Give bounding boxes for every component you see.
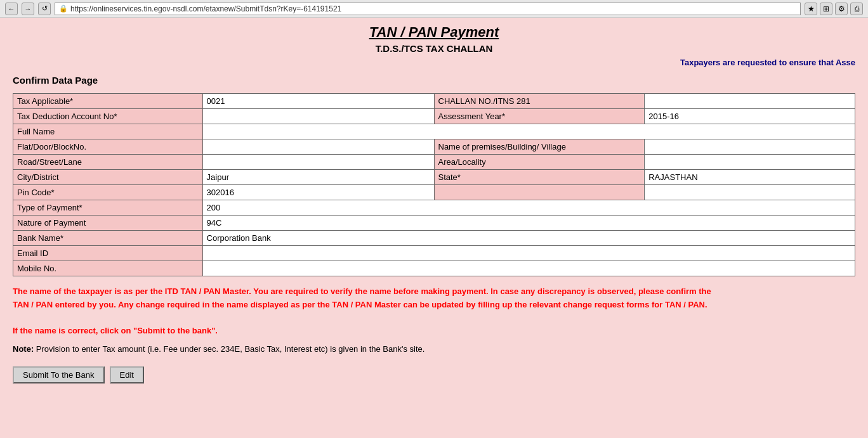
confirm-heading: Confirm Data Page [13, 75, 855, 86]
value-assessment-year: 2015-16 [645, 109, 855, 124]
address-bar[interactable]: 🔒 https://onlineservices.tin.egov-nsdl.c… [55, 3, 801, 15]
label-bank-name: Bank Name* [13, 231, 203, 246]
data-table: Tax Applicable* 0021 CHALLAN NO./ITNS 28… [13, 93, 855, 276]
table-row: Flat/Door/BlockNo. Name of premises/Buil… [13, 139, 855, 155]
label-tax-applicable: Tax Applicable* [13, 94, 203, 109]
submit-to-bank-button[interactable]: Submit To the Bank [13, 366, 105, 383]
label-city: City/District [13, 170, 203, 185]
print-button[interactable]: ⎙ [850, 3, 863, 15]
label-tan: Tax Deduction Account No* [13, 109, 203, 124]
value-nature-payment: 94C [202, 216, 855, 231]
table-row: Mobile No. [13, 261, 855, 276]
page-subtitle: T.D.S./TCS TAX CHALLAN [13, 43, 855, 54]
note-section: Note: Provision to enter Tax amount (i.e… [13, 344, 855, 354]
note-prefix: Note: [13, 344, 34, 354]
value-pincode-right [645, 185, 855, 200]
warning-line2: TAN / PAN entered by you. Any change req… [13, 300, 707, 309]
value-tan [202, 109, 434, 124]
back-button[interactable]: ← [5, 3, 18, 15]
table-row: Pin Code* 302016 [13, 185, 855, 200]
label-challan-no: CHALLAN NO./ITNS 281 [434, 94, 645, 109]
label-nature-payment: Nature of Payment [13, 216, 203, 231]
value-area [645, 155, 855, 170]
extensions-button[interactable]: ⊞ [820, 3, 832, 15]
value-challan-no [645, 94, 855, 109]
table-row: Type of Payment* 200 [13, 200, 855, 216]
label-area: Area/Locality [434, 155, 645, 170]
forward-button[interactable]: → [22, 3, 34, 15]
value-flat [202, 139, 434, 155]
table-row: City/District Jaipur State* RAJASTHAN [13, 170, 855, 185]
star-button[interactable]: ★ [805, 3, 817, 15]
label-mobile: Mobile No. [13, 261, 203, 276]
table-row: Road/Street/Lane Area/Locality [13, 155, 855, 170]
warning-line1: The name of the taxpayer is as per the I… [13, 287, 711, 296]
label-payment-type: Type of Payment* [13, 200, 203, 216]
label-assessment-year: Assessment Year* [434, 109, 645, 124]
table-row: Tax Deduction Account No* Assessment Yea… [13, 109, 855, 124]
value-bank-name: Corporation Bank [202, 231, 855, 246]
value-mobile [202, 261, 855, 276]
label-road: Road/Street/Lane [13, 155, 203, 170]
value-premises [645, 139, 855, 155]
browser-toolbar: ← → ↺ 🔒 https://onlineservices.tin.egov-… [0, 0, 868, 18]
button-row: Submit To the Bank Edit [13, 366, 855, 383]
page-container: TAN / PAN Payment T.D.S./TCS TAX CHALLAN… [0, 18, 868, 438]
browser-actions: ★ ⊞ ⚙ ⎙ [805, 3, 863, 15]
value-payment-type: 200 [202, 200, 855, 216]
notice-text: Taxpayers are requested to ensure that A… [13, 58, 855, 67]
label-pincode-right [434, 185, 645, 200]
label-email: Email ID [13, 246, 203, 261]
value-state: RAJASTHAN [645, 170, 855, 185]
warning-section: The name of the taxpayer is as per the I… [13, 285, 855, 338]
label-premises: Name of premises/Building/ Village [434, 139, 645, 155]
warning-line4: If the name is correct, click on "Submit… [13, 326, 218, 335]
value-full-name [202, 124, 855, 139]
refresh-button[interactable]: ↺ [38, 3, 51, 15]
value-city: Jaipur [202, 170, 434, 185]
table-row: Full Name [13, 124, 855, 139]
value-email [202, 246, 855, 261]
settings-button[interactable]: ⚙ [835, 3, 848, 15]
table-row: Nature of Payment 94C [13, 216, 855, 231]
label-full-name: Full Name [13, 124, 203, 139]
value-tax-applicable: 0021 [202, 94, 434, 109]
table-row: Bank Name* Corporation Bank [13, 231, 855, 246]
edit-button[interactable]: Edit [110, 366, 144, 383]
table-row: Tax Applicable* 0021 CHALLAN NO./ITNS 28… [13, 94, 855, 109]
address-text: https://onlineservices.tin.egov-nsdl.com… [70, 4, 341, 13]
note-body: Provision to enter Tax amount (i.e. Fee … [36, 344, 425, 354]
label-state: State* [434, 170, 645, 185]
label-flat: Flat/Door/BlockNo. [13, 139, 203, 155]
label-pincode: Pin Code* [13, 185, 203, 200]
page-main-title: TAN / PAN Payment [13, 24, 855, 41]
value-pincode: 302016 [202, 185, 434, 200]
table-row: Email ID [13, 246, 855, 261]
lock-icon: 🔒 [59, 4, 68, 13]
value-road [202, 155, 434, 170]
